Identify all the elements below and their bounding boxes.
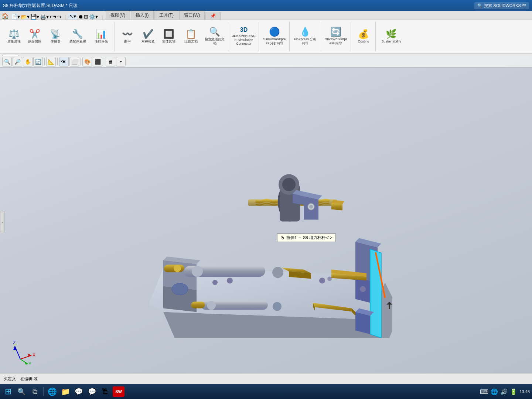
taskbar: ⊞ 🔍 ⧉ 🌐 📁 💬 💬 🗜 SW ⌨ 🌐 🔊 🔋 13:45: [0, 384, 532, 399]
zoom-prev-btn[interactable]: 🔍: [2, 57, 12, 66]
floworks-icon: 💧: [300, 27, 311, 36]
svg-text:X: X: [33, 352, 35, 358]
check-active-icon: 🔍: [209, 27, 220, 36]
display-settings-btn[interactable]: 🖥: [106, 57, 115, 66]
taskbar-archive[interactable]: 🗜: [99, 386, 111, 398]
group-simulation: 🔵 SimulationXpress 分析向导: [260, 22, 290, 51]
assembly-vis-btn[interactable]: 🔧 装配体直观: [66, 23, 89, 50]
tab-pin[interactable]: 📌: [205, 12, 221, 20]
taskbar-wechat[interactable]: 💬: [86, 386, 98, 398]
taskbar-msg1[interactable]: 💬: [73, 386, 85, 398]
tab-insert[interactable]: 插入(I): [131, 11, 153, 20]
floworks-label: FloXpress 分析向导: [293, 37, 317, 45]
undo-btn[interactable]: ↩▾: [50, 14, 57, 20]
costing-label: Costing: [358, 40, 369, 44]
print-btn[interactable]: 🖨️▾: [40, 14, 49, 20]
curvature-icon: 〰️: [122, 30, 133, 38]
simxpress-icon: 🔵: [269, 27, 280, 36]
assembly-icon: 🔧: [72, 30, 83, 38]
vt-sep3: [81, 58, 81, 65]
section-icon: ✂️: [29, 30, 40, 38]
3dexperience-btn[interactable]: 3D 3DEXPERIENCE Simulation Connector: [231, 23, 256, 50]
display-settings-arrow[interactable]: ▾: [116, 57, 126, 66]
3dexp-icon: 3D: [240, 27, 248, 33]
check-btn[interactable]: ✔️ 对称检查: [139, 23, 158, 50]
tab-view[interactable]: 视图(V): [106, 11, 130, 20]
compare-doc-btn[interactable]: 📋 比较文档: [180, 23, 202, 50]
home-btn[interactable]: 🏠: [1, 13, 9, 20]
svg-rect-45: [191, 302, 205, 308]
costing-icon: 💰: [358, 30, 369, 38]
svg-text:Z: Z: [13, 340, 16, 345]
taskbar-explorer[interactable]: 📁: [59, 386, 71, 398]
tray-keyboard[interactable]: ⌨: [480, 388, 488, 395]
layout-btn[interactable]: ⊞: [84, 14, 88, 20]
taskview-btn[interactable]: ⧉: [29, 386, 41, 398]
coordinate-axes: Z X Y: [7, 339, 37, 366]
left-panel-toggle[interactable]: ›: [0, 211, 4, 233]
settings-btn[interactable]: ⚙️▾: [89, 14, 98, 20]
record-btn[interactable]: ⏺: [78, 14, 83, 20]
sustainability-btn[interactable]: 🌿 Sustainability: [379, 23, 404, 50]
tray-network[interactable]: 🌐: [491, 388, 498, 395]
check-active-btn[interactable]: 🔍 检查激活的文档: [204, 23, 226, 50]
main-viewport: 🔍 🔎 ✋ 🔄 📐 👁 ⬜ 🎨 ⬛ 🖥 ▾ ›: [0, 56, 532, 388]
check-active-label: 检查激活的文档: [204, 37, 225, 45]
tray-battery[interactable]: 🔋: [510, 388, 517, 395]
view-toolbar: 🔍 🔎 ✋ 🔄 📐 👁 ⬜ 🎨 ⬛ 🖥 ▾: [0, 56, 532, 68]
tab-window[interactable]: 窗口(W): [179, 11, 205, 20]
simxpress-btn[interactable]: 🔵 SimulationXpress 分析向导: [262, 23, 287, 50]
svg-point-25: [227, 278, 233, 284]
taskbar-search[interactable]: 🔍: [16, 386, 27, 398]
svg-marker-40: [355, 312, 370, 334]
status-editing: 在编辑 装: [20, 376, 38, 382]
assembly-label: 装配体直观: [69, 40, 86, 44]
vt-sep2: [57, 58, 58, 65]
save-btn[interactable]: 💾▾: [30, 14, 39, 20]
3dexp-label: 3DEXPERIENCE Simulation Connector: [232, 34, 256, 46]
ribbon-content: ⚖️ 质量属性 ✂️ 剖面属性 📡 传感器 🔧 装配体直观 📊 性能评估: [0, 20, 532, 53]
svg-text:Y: Y: [28, 361, 31, 365]
performance-label: 性能评估: [95, 40, 108, 44]
tray-sound[interactable]: 🔊: [500, 388, 508, 395]
zoom-window-btn[interactable]: 🔎: [13, 57, 22, 66]
assembly-3d-view: [112, 127, 392, 338]
svg-point-44: [273, 302, 282, 311]
svg-marker-16: [370, 249, 381, 338]
svg-point-26: [319, 278, 325, 284]
display-style-btn[interactable]: 👁: [59, 57, 69, 66]
new-doc-btn[interactable]: 📄▾: [11, 14, 20, 20]
solid-compare-btn[interactable]: 🔲 实体比较: [159, 23, 178, 50]
costing-btn[interactable]: 💰 Costing: [354, 23, 373, 50]
cursor-btn[interactable]: ↖▾: [68, 13, 77, 20]
status-left: 欠定义 在编辑 装: [4, 376, 38, 382]
section-view-btn[interactable]: ⬛: [93, 57, 102, 66]
compare-doc-icon: 📋: [185, 30, 197, 38]
svg-marker-36: [331, 203, 342, 211]
rotate-btn[interactable]: 🔄: [33, 57, 43, 66]
pan-btn[interactable]: ✋: [23, 57, 33, 66]
chevron-right-icon: ›: [2, 221, 3, 224]
driveworks-btn[interactable]: 🔄 DriveWorksXpress 向导: [323, 23, 348, 50]
section-props-btn[interactable]: ✂️ 剖面属性: [25, 23, 44, 50]
redo-btn[interactable]: ↪: [57, 14, 62, 20]
open-btn[interactable]: 📂▾: [21, 14, 30, 20]
search-area[interactable]: 🔍 搜索 SOLIDWORKS 帮: [474, 2, 529, 9]
hide-show-btn[interactable]: ⬜: [69, 57, 79, 66]
start-button[interactable]: ⊞: [2, 386, 14, 398]
solid-compare-label: 实体比较: [162, 40, 175, 44]
view-orient-btn[interactable]: 📐: [46, 57, 56, 66]
floworks-btn[interactable]: 💧 FloXpress 分析向导: [293, 23, 318, 50]
tab-tools[interactable]: 工具(T): [154, 11, 178, 20]
group-flow: 💧 FloXpress 分析向导: [290, 22, 320, 51]
taskbar-sep1: [43, 387, 44, 396]
check-label: 对称检查: [141, 40, 155, 44]
curvature-btn[interactable]: 〰️ 曲率: [118, 23, 137, 50]
taskbar-browser[interactable]: 🌐: [46, 386, 58, 398]
sensor-btn[interactable]: 📡 传感器: [46, 23, 65, 50]
edit-appear-btn[interactable]: 🎨: [82, 57, 92, 66]
taskbar-sw[interactable]: SW: [113, 386, 125, 397]
performance-btn[interactable]: 📊 性能评估: [90, 23, 112, 50]
mass-props-btn[interactable]: ⚖️ 质量属性: [4, 23, 24, 50]
sustainability-icon: 🌿: [386, 30, 397, 38]
